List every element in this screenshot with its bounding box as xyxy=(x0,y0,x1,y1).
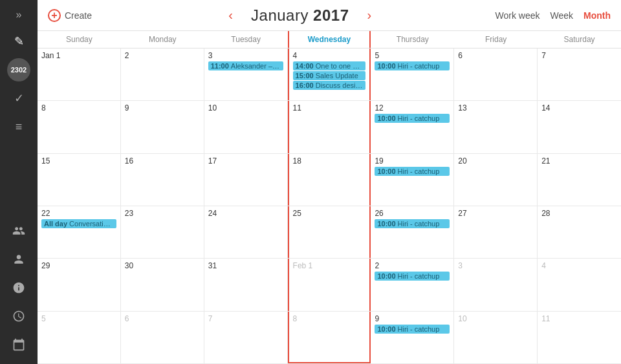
main-content: + Create ‹ January 2017 › Work week Week… xyxy=(38,0,621,364)
cell-5-5[interactable]: 10 xyxy=(454,312,538,363)
cell-date: 10 xyxy=(458,314,533,323)
cell-3-5[interactable]: 27 xyxy=(454,206,538,258)
prev-arrow[interactable]: ‹ xyxy=(223,5,238,25)
event-3-4-0[interactable]: 10:00Hiri - catchup xyxy=(375,219,450,228)
cell-3-0[interactable]: 22All dayConversation anim... xyxy=(38,206,121,258)
list-icon[interactable]: ≡ xyxy=(6,114,32,140)
event-time: 10:00 xyxy=(377,114,395,122)
cell-date: 17 xyxy=(208,156,283,166)
calendar-icon[interactable] xyxy=(6,332,32,358)
check-icon[interactable]: ✓ xyxy=(6,85,32,111)
cell-date: 16 xyxy=(125,156,200,166)
week-row-1: 8910111210:00Hiri - catchup1314 xyxy=(38,101,621,153)
event-time: 14:00 xyxy=(296,62,314,70)
event-0-3-0[interactable]: 14:00One to one with Luka xyxy=(293,61,366,70)
cell-0-3[interactable]: 414:00One to one with Luka15:00Sales Upd… xyxy=(288,48,371,100)
event-time: 15:00 xyxy=(296,72,314,80)
event-3-0-0[interactable]: All dayConversation anim... xyxy=(41,219,116,228)
cell-0-0[interactable]: Jan 1 xyxy=(38,48,121,100)
event-title: Hiri - catchup xyxy=(398,167,440,175)
cell-2-3[interactable]: 18 xyxy=(288,154,371,206)
cell-date: 23 xyxy=(125,209,200,218)
cell-0-2[interactable]: 311:00Aleksander – Growth... xyxy=(204,48,288,100)
cell-3-2[interactable]: 24 xyxy=(204,206,288,258)
event-2-4-0[interactable]: 10:00Hiri - catchup xyxy=(375,167,450,176)
event-0-3-2[interactable]: 16:00Discuss design direc... xyxy=(293,81,366,90)
cell-5-3[interactable]: 8 xyxy=(288,312,371,363)
cell-4-5[interactable]: 3 xyxy=(454,259,538,310)
cell-3-6[interactable]: 28 xyxy=(538,206,621,258)
cell-1-6[interactable]: 14 xyxy=(538,101,621,153)
cell-4-6[interactable]: 4 xyxy=(538,259,621,310)
edit-icon[interactable]: ✎ xyxy=(6,28,32,54)
cell-4-4[interactable]: 210:00Hiri - catchup xyxy=(371,259,454,310)
cell-date: 2 xyxy=(125,51,200,60)
cell-4-2[interactable]: 31 xyxy=(204,259,288,310)
event-title: Hiri - catchup xyxy=(398,62,440,70)
header-monday: Monday xyxy=(121,31,204,48)
week-row-5: 5678910:00Hiri - catchup1011 xyxy=(38,312,621,364)
cell-1-0[interactable]: 8 xyxy=(38,101,121,153)
event-title: Hiri - catchup xyxy=(398,114,440,122)
month-name: January xyxy=(251,6,309,24)
cell-date: 31 xyxy=(208,261,283,270)
cell-3-4[interactable]: 2610:00Hiri - catchup xyxy=(371,206,454,258)
cell-3-3[interactable]: 25 xyxy=(288,206,371,258)
person-icon[interactable] xyxy=(6,246,32,272)
cell-date: 6 xyxy=(125,314,200,323)
cell-3-1[interactable]: 23 xyxy=(121,206,204,258)
cell-5-6[interactable]: 11 xyxy=(538,312,621,363)
cell-4-0[interactable]: 29 xyxy=(38,259,121,310)
cell-1-1[interactable]: 9 xyxy=(121,101,204,153)
event-0-2-0[interactable]: 11:00Aleksander – Growth... xyxy=(208,61,283,70)
cell-2-0[interactable]: 15 xyxy=(38,154,121,206)
cell-date: 27 xyxy=(458,209,533,218)
cell-5-4[interactable]: 910:00Hiri - catchup xyxy=(371,312,454,363)
cell-2-4[interactable]: 1910:00Hiri - catchup xyxy=(371,154,454,206)
event-title: Aleksander – Growth... xyxy=(231,62,283,70)
cell-1-5[interactable]: 13 xyxy=(454,101,538,153)
view-month[interactable]: Month xyxy=(583,10,611,21)
clock-icon[interactable] xyxy=(6,303,32,329)
event-5-4-0[interactable]: 10:00Hiri - catchup xyxy=(375,325,450,334)
cell-date: 3 xyxy=(458,261,533,270)
cell-date: 14 xyxy=(541,103,617,112)
view-week[interactable]: Week xyxy=(550,10,573,21)
create-button[interactable]: + Create xyxy=(48,9,92,22)
cell-5-0[interactable]: 5 xyxy=(38,312,121,363)
week-row-2: 151617181910:00Hiri - catchup2021 xyxy=(38,154,621,206)
cell-1-2[interactable]: 10 xyxy=(204,101,288,153)
cell-2-1[interactable]: 16 xyxy=(121,154,204,206)
sidebar-toggle[interactable]: » xyxy=(12,5,26,25)
cell-2-5[interactable]: 20 xyxy=(454,154,538,206)
event-4-4-0[interactable]: 10:00Hiri - catchup xyxy=(375,272,450,281)
view-options: Work week Week Month xyxy=(495,10,611,21)
notification-badge[interactable]: 2302 xyxy=(7,58,30,81)
event-time: 10:00 xyxy=(377,272,395,280)
event-1-4-0[interactable]: 10:00Hiri - catchup xyxy=(375,114,450,123)
info-icon[interactable] xyxy=(6,275,32,301)
cell-date: 26 xyxy=(375,209,450,218)
view-workweek[interactable]: Work week xyxy=(495,10,539,21)
cell-date: 12 xyxy=(375,103,450,112)
event-time: 11:00 xyxy=(211,62,229,70)
cell-0-1[interactable]: 2 xyxy=(121,48,204,100)
cell-date: 10 xyxy=(208,103,283,112)
cell-2-2[interactable]: 17 xyxy=(204,154,288,206)
cell-5-1[interactable]: 6 xyxy=(121,312,204,363)
cell-0-6[interactable]: 7 xyxy=(538,48,621,100)
cell-1-3[interactable]: 11 xyxy=(288,101,371,153)
cell-5-2[interactable]: 7 xyxy=(204,312,288,363)
cell-0-5[interactable]: 6 xyxy=(454,48,538,100)
contacts-icon[interactable] xyxy=(6,218,32,244)
cell-4-1[interactable]: 30 xyxy=(121,259,204,310)
next-arrow[interactable]: › xyxy=(362,5,376,25)
cell-0-4[interactable]: 510:00Hiri - catchup xyxy=(371,48,454,100)
calendar: Sunday Monday Tuesday Wednesday Thursday… xyxy=(38,31,621,364)
cell-1-4[interactable]: 1210:00Hiri - catchup xyxy=(371,101,454,153)
event-0-4-0[interactable]: 10:00Hiri - catchup xyxy=(375,61,450,70)
cell-2-6[interactable]: 21 xyxy=(538,154,621,206)
event-title: Sales Update xyxy=(316,72,358,80)
cell-4-3[interactable]: Feb 1 xyxy=(288,259,371,310)
event-0-3-1[interactable]: 15:00Sales Update xyxy=(293,71,366,80)
